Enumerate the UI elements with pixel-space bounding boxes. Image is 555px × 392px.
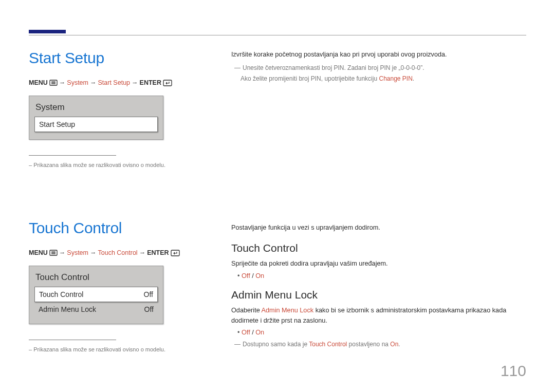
menu-icon	[49, 80, 58, 86]
arrow-icon: →	[59, 249, 66, 256]
arrow-icon: →	[59, 79, 66, 86]
menu-icon	[49, 250, 58, 256]
panel-row-label: Admin Menu Lock	[39, 305, 96, 313]
option-on: On	[255, 272, 264, 279]
touch-control-intro: Postavljanje funkcija u vezi s upravljan…	[231, 222, 526, 233]
section-title-start-setup: Start Setup	[29, 49, 193, 67]
arrow-icon: →	[139, 249, 146, 256]
change-pin-link: Change PIN	[379, 75, 412, 82]
breadcrumb-system: System	[67, 79, 88, 86]
pin-change-end: .	[413, 75, 414, 82]
breadcrumb-menu: MENU	[29, 249, 48, 256]
pin-note: ―Unesite četveroznamenkasti broj PIN. Za…	[231, 63, 526, 73]
breadcrumb-enter: ENTER	[140, 79, 161, 86]
pin-change-note: Ako želite promijeniti broj PIN, upotrij…	[231, 73, 526, 84]
header-accent	[29, 30, 66, 33]
aml-desc-1: Odaberite	[231, 307, 262, 314]
page-number: 110	[501, 362, 526, 380]
panel-row-label: Touch Control	[39, 290, 83, 298]
option-on: On	[255, 329, 264, 336]
heading-admin-menu-lock: Admin Menu Lock	[231, 289, 526, 301]
breadcrumb-menu: MENU	[29, 79, 48, 86]
breadcrumb-touch-control: MENU → System → Touch Control → ENTER	[29, 249, 193, 256]
disclaimer-rule	[29, 155, 116, 156]
panel-row-value: Off	[144, 305, 154, 313]
breadcrumb-system: System	[67, 249, 88, 256]
breadcrumb-item: Touch Control	[98, 249, 138, 256]
panel-system: System Start Setup	[29, 96, 163, 140]
disclaimer-text: – Prikazana slika može se razlikovati ov…	[29, 346, 193, 352]
panel-row-start-setup[interactable]: Start Setup	[34, 117, 158, 132]
panel-row-value: Off	[144, 290, 153, 298]
disclaimer-label: Prikazana slika može se razlikovati ovis…	[33, 346, 165, 352]
panel-row-admin-menu-lock[interactable]: Admin Menu Lock Off	[34, 302, 158, 316]
aml-note-link1: Touch Control	[309, 341, 347, 348]
touch-control-options: Off / On	[231, 272, 526, 279]
pin-note-a: Unesite četveroznamenkasti broj PIN. Zad…	[243, 64, 424, 71]
panel-title: System	[34, 101, 158, 117]
arrow-icon: →	[90, 249, 97, 256]
disclaimer-rule	[29, 340, 116, 340]
admin-menu-lock-desc: Odaberite Admin Menu Lock kako bi se izb…	[231, 305, 526, 326]
enter-icon	[163, 80, 172, 86]
option-off: Off	[242, 329, 250, 336]
option-sep: /	[250, 272, 256, 279]
pin-change-text: Ako želite promijeniti broj PIN, upotrij…	[240, 75, 379, 82]
disclaimer-label: Prikazana slika može se razlikovati ovis…	[33, 162, 165, 168]
disclaimer-text: – Prikazana slika može se razlikovati ov…	[29, 162, 193, 168]
header-rule	[29, 35, 526, 35]
breadcrumb-enter: ENTER	[147, 249, 169, 256]
arrow-icon: →	[90, 79, 97, 86]
breadcrumb-item: Start Setup	[98, 79, 131, 86]
aml-availability-note: ―Dostupno samo kada je Touch Control pos…	[231, 339, 526, 349]
option-sep: /	[250, 329, 256, 336]
option-off: Off	[242, 272, 250, 279]
panel-title: Touch Control	[34, 271, 158, 287]
panel-touch-control: Touch Control Touch Control Off Admin Me…	[29, 266, 163, 324]
arrow-icon: →	[132, 79, 138, 86]
right-column: Izvršite korake početnog postavljanja ka…	[231, 49, 526, 350]
aml-note-2: postavljeno na	[347, 341, 390, 348]
aml-note-link2: On	[390, 341, 398, 348]
touch-control-desc: Spriječite da pokreti dodira upravljaju …	[231, 258, 526, 269]
heading-touch-control: Touch Control	[231, 242, 526, 254]
enter-icon	[171, 250, 180, 256]
admin-menu-lock-options: Off / On	[231, 329, 526, 336]
aml-note-3: .	[398, 341, 400, 348]
breadcrumb-start-setup: MENU → System → Start Setup → ENTER	[29, 79, 193, 86]
panel-row-label: Start Setup	[39, 120, 75, 128]
start-setup-desc: Izvršite korake početnog postavljanja ka…	[231, 49, 526, 60]
aml-desc-link: Admin Menu Lock	[262, 307, 314, 314]
panel-row-touch-control[interactable]: Touch Control Off	[34, 287, 158, 302]
aml-note-1: Dostupno samo kada je	[243, 341, 309, 348]
section-title-touch-control: Touch Control	[29, 219, 193, 237]
left-column: Start Setup MENU → System → Start Setup …	[29, 49, 193, 352]
